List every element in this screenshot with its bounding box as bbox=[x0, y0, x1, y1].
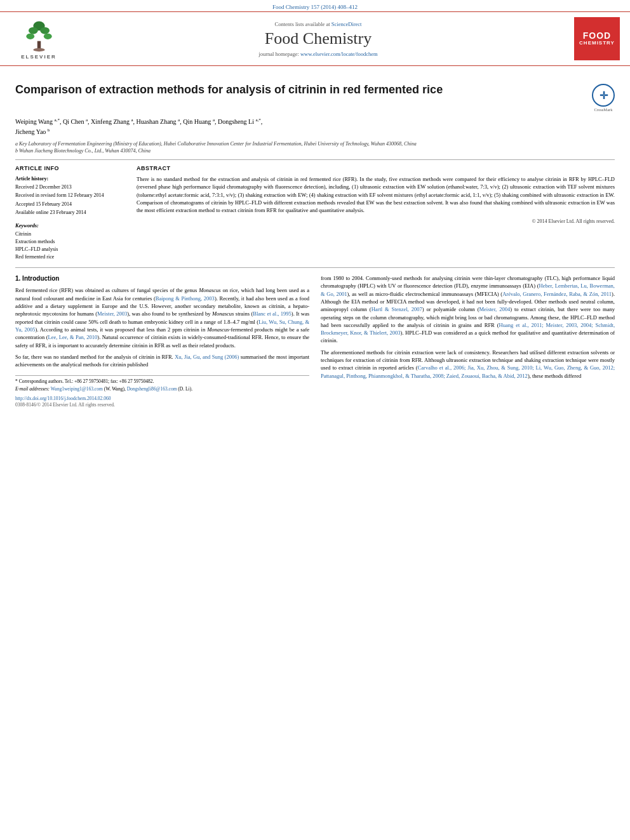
available-date: Available online 23 February 2014 bbox=[15, 209, 126, 216]
body-columns: 1. Introduction Red fermented rice (RFR)… bbox=[0, 274, 630, 409]
homepage-url: www.elsevier.com/locate/foodchem bbox=[300, 51, 378, 57]
fc-logo-chemistry: CHEMISTRY bbox=[579, 41, 615, 46]
journal-homepage: journal homepage: www.elsevier.com/locat… bbox=[67, 51, 569, 57]
svg-rect-6 bbox=[37, 41, 41, 50]
fc-logo-box: FOOD CHEMISTRY bbox=[574, 17, 620, 60]
body-right-col: from 1980 to 2004. Commonly-used methods… bbox=[321, 274, 615, 409]
crossmark-icon: ✛ bbox=[592, 84, 615, 107]
author-weiping: Weiping Wang a,*, Qi Chen a, Xinfeng Zha… bbox=[15, 118, 262, 125]
abstract-title: ABSTRACT bbox=[137, 165, 615, 171]
keyword-citrinin: Citrinin bbox=[15, 230, 126, 238]
author-jicheng: Jicheng Yao b bbox=[15, 128, 50, 135]
svg-point-7 bbox=[33, 48, 44, 52]
svg-point-3 bbox=[40, 27, 50, 34]
journal-header: ELSEVIER Contents lists available at Sci… bbox=[0, 11, 630, 66]
fc-logo: FOOD CHEMISTRY bbox=[569, 17, 620, 60]
email1-link: Wang1weiping1@163.com bbox=[51, 386, 103, 392]
email2-link: Dongshengli86@163.com bbox=[127, 386, 177, 392]
body-left-col: 1. Introduction Red fermented rice (RFR)… bbox=[15, 274, 309, 409]
divider-1 bbox=[15, 159, 615, 160]
elsevier-tree-icon bbox=[22, 18, 57, 53]
body-para-right2: The aforementioned methods for citrinin … bbox=[321, 349, 615, 380]
footnote-email: E-mail addresses: Wang1weiping1@163.com … bbox=[15, 386, 309, 393]
article-history: Article history: Received 2 December 201… bbox=[15, 175, 126, 216]
abstract-text: There is no standard method for the extr… bbox=[137, 175, 615, 215]
svg-point-5 bbox=[43, 34, 51, 39]
body-para-right1: from 1980 to 2004. Commonly-used methods… bbox=[321, 274, 615, 345]
article-area: Comparison of extraction methods for ana… bbox=[0, 66, 630, 268]
sciencedirect-line: Contents lists available at ScienceDirec… bbox=[67, 21, 569, 27]
article-title: Comparison of extraction methods for ana… bbox=[15, 83, 586, 97]
affiliations: a Key Laboratory of Fermentation Enginee… bbox=[15, 140, 615, 154]
received-date: Received 2 December 2013 bbox=[15, 183, 126, 190]
body-divider bbox=[15, 267, 615, 268]
article-info-title: ARTICLE INFO bbox=[15, 165, 126, 171]
article-info-col: ARTICLE INFO Article history: Received 2… bbox=[15, 165, 126, 261]
journal-citation: Food Chemistry 157 (2014) 408–412 bbox=[0, 0, 630, 11]
revised-date: Received in revised form 12 February 201… bbox=[15, 192, 126, 199]
journal-title: Food Chemistry bbox=[67, 29, 569, 48]
issn-line: 0308-8146/© 2014 Elsevier Ltd. All right… bbox=[15, 402, 309, 409]
footnotes: * Corresponding authors. Tel.: +86 27 59… bbox=[15, 375, 309, 409]
affiliation-b: b Wuhan Jiacheng Biotechnology Co., Ltd.… bbox=[15, 147, 615, 154]
journal-center: Contents lists available at ScienceDirec… bbox=[67, 21, 569, 57]
fc-logo-food: FOOD bbox=[583, 31, 611, 41]
abstract-col: ABSTRACT There is no standard method for… bbox=[137, 165, 615, 261]
svg-point-2 bbox=[29, 27, 38, 34]
intro-heading: 1. Introduction bbox=[15, 274, 309, 284]
footnote-corresponding: * Corresponding authors. Tel.: +86 27 59… bbox=[15, 378, 309, 385]
article-info-abstract: ARTICLE INFO Article history: Received 2… bbox=[15, 165, 615, 261]
keywords-section: Keywords: Citrinin Extraction methods HP… bbox=[15, 222, 126, 261]
accepted-date: Accepted 15 February 2014 bbox=[15, 201, 126, 208]
keyword-hplc: HPLC–FLD analysis bbox=[15, 246, 126, 253]
keywords-title: Keywords: bbox=[15, 222, 126, 229]
doi-line: http://dx.doi.org/10.1016/j.foodchem.201… bbox=[15, 396, 309, 403]
history-title: Article history: bbox=[15, 175, 126, 182]
citation-text: Food Chemistry 157 (2014) 408–412 bbox=[272, 4, 358, 10]
keyword-rfr: Red fermented rice bbox=[15, 253, 126, 261]
affiliation-a: a Key Laboratory of Fermentation Enginee… bbox=[15, 140, 615, 147]
svg-point-4 bbox=[26, 34, 34, 39]
intro-para2: So far, there was no standard method for… bbox=[15, 353, 309, 369]
sciencedirect-link[interactable]: ScienceDirect bbox=[332, 21, 362, 27]
elsevier-logo: ELSEVIER bbox=[10, 18, 67, 60]
authors-line: Weiping Wang a,*, Qi Chen a, Xinfeng Zha… bbox=[15, 117, 615, 137]
page: Food Chemistry 157 (2014) 408–412 ELSEVI… bbox=[0, 0, 630, 840]
crossmark-badge: ✛ CrossMark bbox=[592, 84, 615, 112]
copyright-line: © 2014 Elsevier Ltd. All rights reserved… bbox=[137, 218, 615, 224]
keyword-extraction: Extraction methods bbox=[15, 238, 126, 246]
intro-para1: Red fermented rice (RFR) was obtained as… bbox=[15, 286, 309, 349]
elsevier-name: ELSEVIER bbox=[21, 54, 57, 60]
